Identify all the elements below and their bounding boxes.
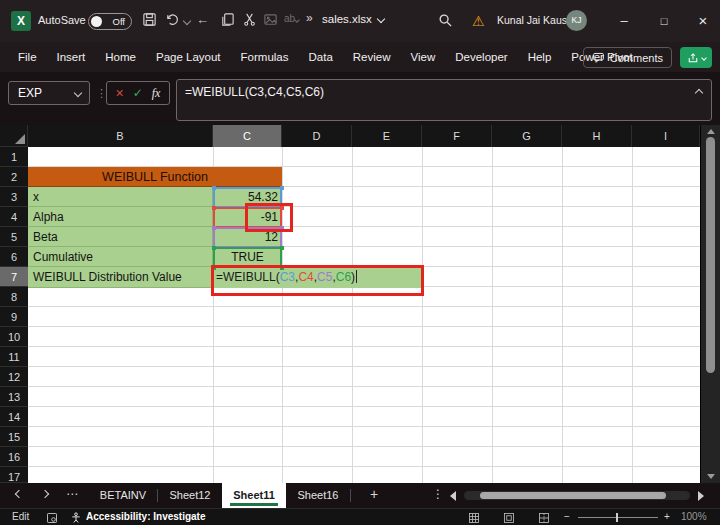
vertical-scrollbar[interactable] xyxy=(700,125,720,483)
undo-dropdown-icon[interactable] xyxy=(183,17,191,25)
tab-data[interactable]: Data xyxy=(299,42,343,72)
column-header-e[interactable]: E xyxy=(352,125,422,147)
row-header-5[interactable]: 5 xyxy=(0,227,28,247)
column-header-b[interactable]: B xyxy=(28,125,213,147)
cell-c6-value[interactable]: TRUE xyxy=(213,247,282,267)
cell-c5-value[interactable]: 12 xyxy=(213,227,282,247)
column-header-i[interactable]: I xyxy=(632,125,700,147)
document-title[interactable]: sales.xlsx xyxy=(322,13,384,25)
minimize-button[interactable]: – xyxy=(607,0,641,42)
sheet-tab-betainv[interactable]: BETAINV xyxy=(90,483,156,508)
formula-bar-expand-icon[interactable] xyxy=(695,89,703,97)
column-header-d[interactable]: D xyxy=(282,125,352,147)
mode-indicator[interactable]: Edit xyxy=(12,509,29,525)
cell-b4-label[interactable]: Alpha xyxy=(28,207,213,227)
warning-icon[interactable]: ⚠ xyxy=(472,12,485,30)
undo-icon[interactable] xyxy=(165,12,180,27)
tab-file[interactable]: File xyxy=(8,42,47,72)
row-header-8[interactable]: 8 xyxy=(0,287,28,307)
cell-c7-formula-edit[interactable]: =WEIBULL(C3,C4,C5,C6) xyxy=(213,267,421,288)
formula-input[interactable]: =WEIBULL(C3,C4,C5,C6) xyxy=(176,79,712,121)
zoom-slider[interactable] xyxy=(578,517,658,518)
share-button[interactable] xyxy=(680,47,712,68)
sheet-prev-icon[interactable] xyxy=(15,490,23,498)
row-header-15[interactable]: 15 xyxy=(0,427,28,447)
tab-help[interactable]: Help xyxy=(518,42,562,72)
scroll-up-icon[interactable] xyxy=(707,129,715,134)
cancel-icon[interactable]: × xyxy=(116,85,124,101)
accessibility-status[interactable]: Accessibility: Investigate xyxy=(86,509,206,525)
normal-view-icon[interactable] xyxy=(468,512,480,525)
hscroll-left-icon[interactable] xyxy=(450,491,456,501)
sheet-menu-icon[interactable]: ⋮ xyxy=(432,487,444,501)
cut-icon[interactable] xyxy=(242,12,257,27)
row-header-17[interactable]: 17 xyxy=(0,467,28,483)
horizontal-scroll-thumb[interactable] xyxy=(480,492,666,499)
vertical-scroll-thumb[interactable] xyxy=(706,137,715,373)
autosave-toggle[interactable]: Off xyxy=(88,13,132,30)
zoom-in-button[interactable]: + xyxy=(664,509,670,525)
tab-home[interactable]: Home xyxy=(95,42,146,72)
name-box[interactable]: EXP xyxy=(8,81,90,105)
tab-view[interactable]: View xyxy=(401,42,446,72)
avatar[interactable]: KJ xyxy=(566,10,587,31)
back-arrow-icon[interactable]: ← xyxy=(196,12,209,27)
zoom-slider-thumb[interactable] xyxy=(616,513,618,522)
comments-button[interactable]: Comments xyxy=(583,47,672,68)
row-header-16[interactable]: 16 xyxy=(0,447,28,467)
row-header-7[interactable]: 7 xyxy=(0,267,28,287)
row-header-2[interactable]: 2 xyxy=(0,167,28,187)
column-header-h[interactable]: H xyxy=(562,125,632,147)
select-all-button[interactable] xyxy=(0,125,28,147)
row-header-11[interactable]: 11 xyxy=(0,347,28,367)
page-break-view-icon[interactable] xyxy=(538,512,550,525)
row-header-9[interactable]: 9 xyxy=(0,307,28,327)
tab-developer[interactable]: Developer xyxy=(445,42,517,72)
macro-record-icon[interactable] xyxy=(46,512,58,525)
sheet-tab-sheet16[interactable]: Sheet16 xyxy=(288,483,348,508)
cell-b5-label[interactable]: Beta xyxy=(28,227,213,247)
cell-c4-value[interactable]: -91 xyxy=(213,207,282,227)
replace-icon[interactable]: ab xyxy=(284,13,299,24)
qat-overflow-icon[interactable]: » xyxy=(306,11,313,25)
cell-b2-title[interactable]: WEIBULL Function xyxy=(28,167,282,187)
tab-insert[interactable]: Insert xyxy=(47,42,96,72)
maximize-button[interactable]: □ xyxy=(647,0,681,42)
excel-logo-icon[interactable]: X xyxy=(11,11,31,31)
row-header-10[interactable]: 10 xyxy=(0,327,28,347)
row-header-3[interactable]: 3 xyxy=(0,187,28,207)
column-header-c[interactable]: C xyxy=(213,125,282,147)
row-header-4[interactable]: 4 xyxy=(0,207,28,227)
tab-page-layout[interactable]: Page Layout xyxy=(146,42,231,72)
row-header-1[interactable]: 1 xyxy=(0,147,28,167)
sheet-more-icon[interactable]: ⋯ xyxy=(66,487,78,501)
tab-formulas[interactable]: Formulas xyxy=(231,42,299,72)
horizontal-scrollbar[interactable] xyxy=(464,491,690,500)
sheet-next-icon[interactable] xyxy=(41,490,49,498)
row-header-13[interactable]: 13 xyxy=(0,387,28,407)
cells-area[interactable]: WEIBULL Function x Alpha Beta Cumulative… xyxy=(28,147,700,483)
sheet-tab-sheet12[interactable]: Sheet12 xyxy=(160,483,220,508)
zoom-out-button[interactable]: − xyxy=(564,509,570,525)
cell-b7-label[interactable]: WEIBULL Distribution Value xyxy=(28,267,213,288)
enter-icon[interactable]: ✓ xyxy=(133,86,143,100)
cell-c3-value[interactable]: 54.32 xyxy=(213,187,282,207)
cell-b6-label[interactable]: Cumulative xyxy=(28,247,213,267)
row-header-6[interactable]: 6 xyxy=(0,247,28,267)
row-header-12[interactable]: 12 xyxy=(0,367,28,387)
sheet-tab-sheet11-active[interactable]: Sheet11 xyxy=(222,483,286,508)
page-layout-view-icon[interactable] xyxy=(503,512,515,525)
cell-b3-label[interactable]: x xyxy=(28,187,213,207)
name-box-dropdown-icon[interactable] xyxy=(74,89,82,97)
column-header-g[interactable]: G xyxy=(492,125,562,147)
search-icon[interactable] xyxy=(438,13,453,28)
column-header-f[interactable]: F xyxy=(422,125,492,147)
hscroll-right-icon[interactable] xyxy=(698,491,704,501)
picture-icon[interactable] xyxy=(263,12,278,27)
add-sheet-button[interactable]: + xyxy=(370,486,378,502)
row-header-14[interactable]: 14 xyxy=(0,407,28,427)
copy-icon[interactable] xyxy=(220,12,235,27)
insert-function-icon[interactable]: fx xyxy=(152,86,161,101)
tab-review[interactable]: Review xyxy=(343,42,401,72)
zoom-level[interactable]: 100% xyxy=(681,509,707,525)
